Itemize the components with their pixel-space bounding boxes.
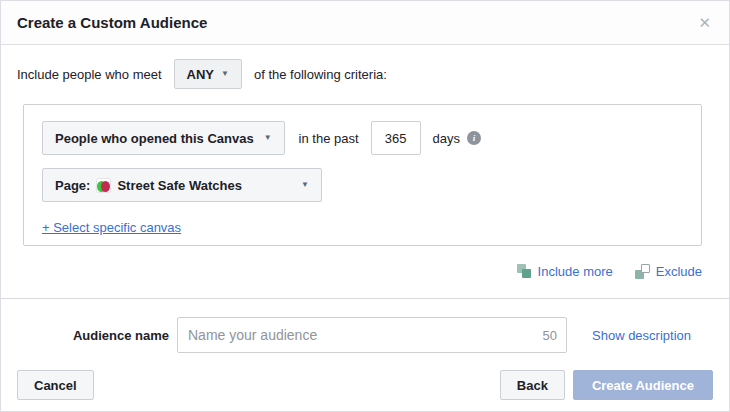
select-specific-canvas-link[interactable]: + Select specific canvas (42, 220, 181, 235)
audience-name-row: Audience name 50 Show description (17, 317, 713, 353)
in-the-past-text: in the past (299, 131, 359, 146)
match-type-value: ANY (187, 67, 214, 82)
exclude-button[interactable]: Exclude (635, 264, 702, 279)
char-count: 50 (543, 328, 557, 343)
show-description-link[interactable]: Show description (592, 328, 691, 343)
match-suffix-text: of the following criteria: (254, 67, 387, 82)
info-icon[interactable]: i (467, 131, 481, 145)
audience-name-label: Audience name (17, 328, 169, 343)
days-text: days (433, 131, 460, 146)
dialog-title: Create a Custom Audience (17, 14, 207, 31)
back-button[interactable]: Back (500, 370, 565, 400)
source-dropdown[interactable]: People who opened this Canvas ▼ (42, 121, 285, 155)
close-icon[interactable]: ✕ (696, 13, 713, 32)
chevron-down-icon: ▼ (264, 134, 272, 142)
match-type-dropdown[interactable]: ANY ▼ (174, 59, 242, 89)
source-row: People who opened this Canvas ▼ in the p… (42, 121, 683, 155)
create-audience-button[interactable]: Create Audience (573, 370, 713, 400)
select-canvas-row: + Select specific canvas (42, 220, 683, 235)
dialog-footer: Cancel Back Create Audience (17, 370, 713, 400)
cancel-button[interactable]: Cancel (17, 370, 94, 400)
chevron-down-icon: ▼ (301, 181, 309, 189)
create-custom-audience-dialog: Create a Custom Audience ✕ Include peopl… (0, 0, 730, 412)
page-avatar (96, 178, 111, 193)
include-more-label: Include more (538, 264, 613, 279)
audience-actions-row: Include more Exclude (1, 261, 702, 281)
audience-name-input[interactable] (177, 317, 567, 353)
match-criteria-row: Include people who meet ANY ▼ of the fol… (17, 59, 713, 89)
exclude-label: Exclude (656, 264, 702, 279)
days-input[interactable] (371, 121, 421, 155)
source-dropdown-label: People who opened this Canvas (55, 131, 254, 146)
criteria-box: People who opened this Canvas ▼ in the p… (23, 104, 702, 246)
dialog-header: Create a Custom Audience ✕ (1, 1, 729, 45)
section-divider (1, 298, 729, 299)
page-dropdown[interactable]: Page: Street Safe Watches ▼ (42, 168, 322, 202)
include-more-button[interactable]: Include more (517, 264, 613, 279)
chevron-down-icon: ▼ (221, 70, 229, 78)
audience-name-input-wrap: 50 (177, 317, 567, 353)
page-name-label: Street Safe Watches (117, 178, 242, 193)
page-row: Page: Street Safe Watches ▼ (42, 168, 683, 202)
exclude-icon (635, 264, 650, 279)
match-prefix-text: Include people who meet (17, 67, 162, 82)
include-more-icon (517, 264, 532, 279)
page-prefix-label: Page: (55, 178, 90, 193)
